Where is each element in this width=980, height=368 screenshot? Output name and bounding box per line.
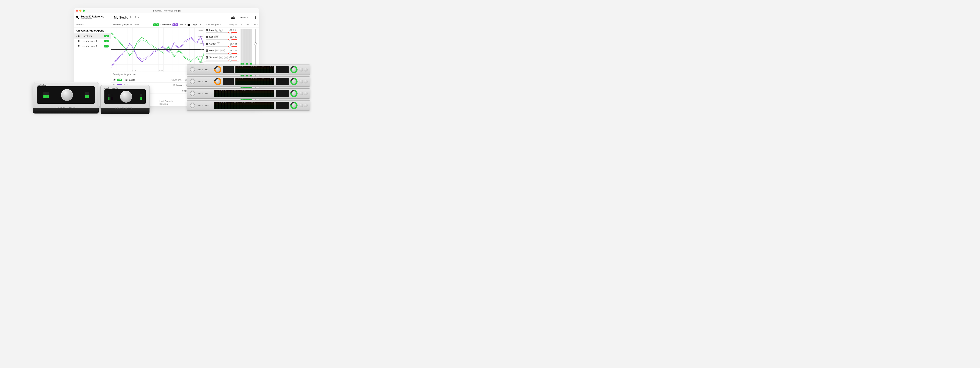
hw-apollo-twin-x: apollo | twin | x UNIVERSAL AUDIO	[100, 85, 150, 110]
led-meter-icon: 1 2 3 4 5 6 7 8 9 10 11 12 13 14 15 16	[214, 102, 274, 109]
preamp-controls	[223, 66, 234, 73]
legend-before[interactable]: Before	[180, 23, 186, 26]
preset-item-headphones-2[interactable]: Headphones 2 FLT	[74, 44, 111, 49]
checkbox-icon[interactable]	[206, 43, 208, 45]
hw-model-label: apollo | x16D	[197, 104, 212, 107]
brand: SoundID Reference from Sonarworks	[74, 15, 111, 19]
presets-header: Presets	[74, 22, 111, 27]
channel-group-row[interactable]: Center C -19.4 dB	[204, 41, 239, 48]
led-meter-icon: 1 2 3 4 5 6 7 8 9 10 11 12 13 14 15 16	[214, 90, 274, 97]
hw-face	[104, 89, 146, 104]
hw-rack-unit: apollo | x8p 1 2 3 4 5 6 7 8 9 10 11 12 …	[187, 64, 310, 75]
radio-icon[interactable]	[113, 78, 116, 81]
channel-group-name: Center	[209, 43, 216, 45]
indent-arrow-icon: ↳	[75, 35, 77, 37]
channel-group-row[interactable]: Sub LFE -19.4 dB	[204, 34, 239, 41]
grid-icon	[78, 45, 81, 48]
preset-item-headphones-1[interactable]: Headphones 1 FLT	[74, 38, 111, 44]
channel-group-name: Surround	[209, 56, 218, 59]
rack-side-block	[276, 90, 289, 97]
hw-logo: UNIVERSAL AUDIO	[33, 107, 99, 109]
hw-rack-unit: apollo | x16D 1 2 3 4 5 6 7 8 9 10 11 12…	[187, 100, 310, 110]
preset-label: Speakers	[82, 35, 92, 37]
hw-model-label: apollo | twin | x	[104, 87, 118, 89]
hw-logo: UNIVERSAL AUDIO	[100, 107, 150, 109]
graph-title: Frequency response curves	[113, 23, 152, 26]
hw-model-label: apollo | x16	[197, 93, 212, 94]
ua-logo-icon	[189, 66, 196, 73]
channel-group-slider[interactable]	[206, 39, 237, 40]
channel-group-slider[interactable]	[206, 60, 237, 61]
target-name: Flat Target	[124, 78, 135, 81]
channel-chip: R	[220, 29, 223, 32]
preamp-knob-icon	[214, 78, 221, 85]
channel-group-name: Front	[209, 29, 214, 31]
channel-chip: Rs	[224, 56, 228, 59]
preset-item-speakers[interactable]: ↳ Speakers FLT	[74, 34, 111, 38]
x-tick-label: 1 kHz	[159, 69, 163, 71]
meter-tabs: In Out -19.4	[239, 22, 259, 27]
y-tick-label: +12dB	[198, 36, 203, 38]
led-meter-icon	[85, 92, 89, 98]
volume-knob-icon	[61, 89, 73, 101]
checkbox-icon[interactable]	[206, 36, 208, 38]
channel-group-slider[interactable]	[206, 46, 237, 47]
channel-group-db: -19.4 dB	[229, 50, 237, 52]
legend-target[interactable]: Target	[191, 23, 197, 26]
kebab-icon	[255, 17, 256, 18]
legend-calibration[interactable]: Calibration	[161, 23, 171, 26]
preset-badge: FLT	[104, 45, 109, 48]
hw-chassis	[100, 109, 150, 114]
grid-icon	[78, 40, 81, 42]
ua-logo-icon	[189, 78, 196, 85]
y-tick-label: +6dB	[199, 42, 203, 44]
menu-button[interactable]	[251, 13, 259, 22]
headphone-knobs	[299, 68, 308, 72]
channel-groups-header: Channel groups Editing all	[204, 22, 239, 27]
hw-rack-stack: apollo | x8p 1 2 3 4 5 6 7 8 9 10 11 12 …	[187, 64, 310, 110]
channel-chip: Ls	[219, 56, 223, 59]
channel-group-slider[interactable]	[206, 32, 237, 33]
profile-selector[interactable]: My Studio 9.1.4	[111, 13, 229, 22]
grid-icon	[78, 35, 81, 37]
channel-group-row[interactable]: Front LR -19.4 dB	[204, 27, 239, 34]
settings-button[interactable]	[229, 13, 237, 22]
zoom-selector[interactable]: 100%	[237, 13, 251, 22]
window-titlebar: SoundID Reference Plugin	[74, 8, 259, 13]
brand-name: SoundID Reference	[81, 15, 104, 18]
channel-group-row[interactable]: Wide LwRw -19.4 dB	[204, 48, 239, 55]
preset-label: Headphones 2	[82, 45, 97, 48]
monitor-knob-icon	[290, 102, 298, 109]
preamp-controls	[223, 78, 234, 85]
channel-group-row[interactable]: Surround LsRs -19.4 dB	[204, 55, 239, 62]
tab-in[interactable]: In	[240, 23, 242, 26]
channel-chip: L	[215, 29, 218, 32]
checkbox-icon[interactable]	[206, 56, 208, 59]
profile-name: My Studio	[114, 16, 128, 19]
channel-group-db: -19.4 dB	[229, 29, 237, 31]
sliders-icon	[231, 16, 235, 19]
led-meter-icon: 1 2 3 4 5 6 7 8 9 10 11 12 13 14 15 16	[235, 66, 274, 73]
graph-header: Frequency response curves LR Calibration…	[111, 22, 204, 27]
preset-group-title: Universal Audio Apollo	[74, 27, 111, 34]
checkbox-icon[interactable]	[206, 29, 208, 31]
led-meter-icon	[43, 92, 49, 98]
lr-badge-before: LR	[172, 23, 178, 26]
ua-logo-icon	[189, 90, 196, 97]
editing-scope[interactable]: Editing all	[229, 24, 237, 26]
hw-model-label: apollo | x4	[37, 84, 46, 86]
tab-out[interactable]: Out	[246, 23, 250, 26]
hw-model-label: apollo | x8	[197, 80, 212, 83]
led-meter-icon	[140, 94, 142, 100]
channel-group-slider[interactable]	[206, 53, 237, 54]
volume-knob-icon	[120, 91, 132, 102]
hw-model-label: apollo | x8p	[197, 69, 212, 71]
checkbox-icon[interactable]	[206, 50, 208, 52]
meter-headroom: -19.4	[253, 23, 258, 26]
rack-side-block	[276, 78, 289, 85]
chevron-down-icon[interactable]	[200, 24, 202, 25]
headphone-knobs	[299, 91, 308, 95]
slider-thumb-icon[interactable]	[254, 42, 257, 45]
monitor-knob-icon	[290, 78, 298, 85]
preamp-knob-icon	[214, 66, 221, 73]
